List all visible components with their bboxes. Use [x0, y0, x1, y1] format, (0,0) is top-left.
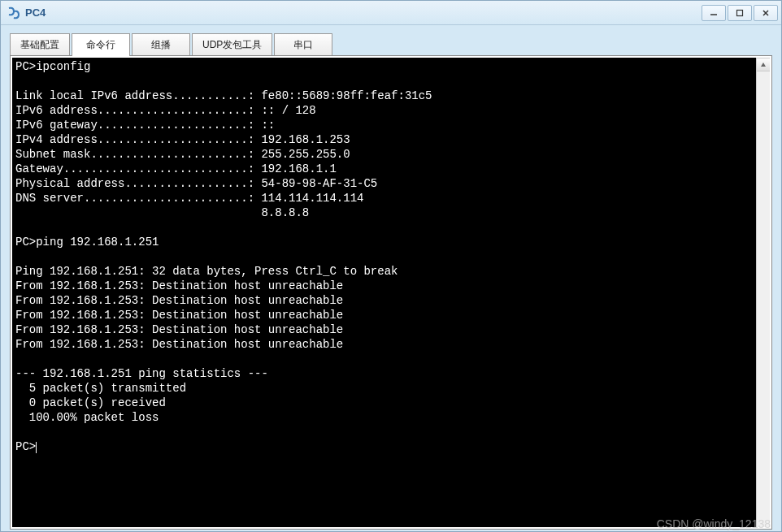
terminal-line: Physical address..................: 54-8… — [15, 177, 377, 190]
terminal-line: PC>ping 192.168.1.251 — [15, 236, 159, 249]
terminal-line: Ping 192.168.1.251: 32 data bytes, Press… — [15, 265, 398, 278]
terminal-line: From 192.168.1.253: Destination host unr… — [15, 294, 343, 307]
terminal-line: 0 packet(s) received — [15, 396, 166, 409]
app-icon — [7, 6, 20, 19]
terminal[interactable]: PC>ipconfig Link local IPv6 address.....… — [12, 58, 756, 527]
maximize-button[interactable] — [728, 5, 752, 21]
titlebar[interactable]: PC4 — [1, 1, 781, 25]
tab-serial[interactable]: 串口 — [274, 33, 332, 56]
svg-marker-4 — [761, 63, 766, 67]
svg-rect-1 — [737, 10, 743, 15]
cursor-icon — [36, 442, 37, 453]
terminal-line: From 192.168.1.253: Destination host unr… — [15, 279, 343, 292]
terminal-line: Subnet mask.......................: 255.… — [15, 148, 350, 161]
tabs: 基础配置 命令行 组播 UDP发包工具 串口 — [10, 33, 772, 56]
tab-udp-tool[interactable]: UDP发包工具 — [192, 33, 272, 56]
terminal-line: --- 192.168.1.251 ping statistics --- — [15, 367, 268, 380]
terminal-line: IPv4 address......................: 192.… — [15, 133, 350, 146]
terminal-line: IPv6 gateway......................: :: — [15, 119, 275, 132]
minimize-button[interactable] — [702, 5, 726, 21]
close-button[interactable] — [754, 5, 778, 21]
scrollbar[interactable] — [756, 58, 770, 527]
app-window: PC4 基础配置 命令行 组播 UDP发包工具 串口 PC>ipconfig L… — [0, 0, 782, 532]
content-area: 基础配置 命令行 组播 UDP发包工具 串口 PC>ipconfig Link … — [1, 25, 781, 531]
scroll-up-button[interactable] — [757, 58, 770, 71]
terminal-line: PC>ipconfig — [15, 60, 90, 73]
terminal-line: Gateway...........................: 192.… — [15, 162, 337, 175]
terminal-line: 5 packet(s) transmitted — [15, 382, 186, 395]
terminal-line: 8.8.8.8 — [15, 206, 309, 219]
terminal-line: DNS server........................: 114.… — [15, 192, 363, 205]
terminal-line: Link local IPv6 address...........: fe80… — [15, 89, 432, 102]
terminal-line: 100.00% packet loss — [15, 411, 159, 424]
tab-multicast[interactable]: 组播 — [132, 33, 190, 56]
terminal-line: From 192.168.1.253: Destination host unr… — [15, 309, 343, 322]
scroll-track[interactable] — [757, 71, 770, 527]
terminal-line: From 192.168.1.253: Destination host unr… — [15, 323, 343, 336]
tab-command-line[interactable]: 命令行 — [72, 33, 130, 56]
window-controls — [700, 5, 778, 21]
terminal-line: From 192.168.1.253: Destination host unr… — [15, 338, 343, 351]
terminal-container: PC>ipconfig Link local IPv6 address.....… — [10, 55, 772, 530]
tab-basic-config[interactable]: 基础配置 — [10, 33, 70, 56]
window-title: PC4 — [25, 6, 700, 19]
terminal-line: IPv6 address......................: :: /… — [15, 104, 316, 117]
terminal-prompt: PC> — [15, 440, 36, 453]
